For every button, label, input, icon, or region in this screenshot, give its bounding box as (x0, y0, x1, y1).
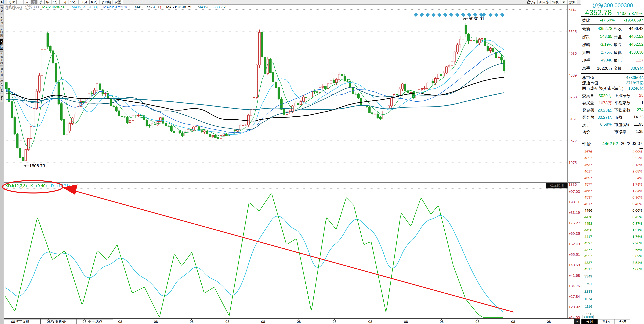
quote-value: 2.76% (596, 50, 612, 55)
mini-pct-label: 3.54% (632, 261, 642, 265)
x-axis-label: 08 (11, 320, 15, 324)
sidebar-item-更多[interactable]: 更多 (0, 94, 3, 102)
scroll-down-button[interactable]: ▼ (574, 319, 580, 324)
ma-value-MA6: MA6: 4696.56↓ (42, 5, 70, 9)
mini-volume-label: 3349 (582, 274, 592, 278)
period-button-季[interactable]: 季 (38, 0, 44, 4)
kline-axis-label: 3161 (568, 117, 580, 121)
quote-value: 1.27 (622, 58, 644, 63)
mini-price-label: 4657 (582, 156, 592, 160)
sidebar-item-应用[interactable]: ▶应用 (0, 15, 3, 26)
ma-trend-arrow: ↓ (65, 5, 67, 9)
panel-tab-筹码[interactable]: 筹码 (598, 319, 614, 324)
kline-axis-label: 6114 (568, 8, 580, 12)
kline-axis-label: 4339 (568, 73, 580, 78)
x-axis-label: 08 (47, 320, 51, 324)
period-button-30分[interactable]: 30分 (79, 0, 89, 4)
indicator-info-button[interactable]: 指标说明 (546, 183, 568, 189)
mini-price-label: 4357 (582, 254, 592, 258)
symbol-label: 沪深300 (25, 5, 39, 9)
stat-value: 274 (632, 107, 644, 112)
mini-pct-label: 0.00% (632, 208, 642, 213)
charts-canvas[interactable]: 5930.911606.73 (0, 0, 644, 324)
mini-price-label: 4397 (582, 241, 592, 245)
ma-line (6, 63, 504, 130)
sidebar-item-char: 料 (0, 62, 3, 65)
mini-price-label: 4417 (582, 235, 592, 239)
ma-line (6, 51, 504, 132)
tool-button-预测[interactable]: 预测 (568, 0, 577, 4)
period-button-多周期[interactable]: 多周期 (100, 0, 113, 4)
period-button-分时[interactable]: 分时 (7, 0, 16, 4)
x-axis-label: 08 (190, 320, 194, 324)
x-axis-label: 08 (226, 320, 229, 324)
quote-value: 4352.78 (596, 26, 612, 31)
mini-pct-label: 2.24% (632, 176, 642, 180)
sidebar-item-char: 时 (0, 31, 3, 34)
sidebar-item-char: 应 (0, 19, 3, 22)
sidebar-item-综合排名[interactable]: 综合排名 (0, 79, 3, 93)
sidebar-item-char: 大 (0, 52, 3, 55)
sidebar-item-大盘资料[interactable]: 大盘资料 (0, 51, 3, 66)
sidebar-item-char: 图 (0, 34, 3, 37)
mini-pct-label: 0.90% (632, 195, 642, 199)
period-button-设置[interactable]: 设置 (113, 0, 123, 4)
mini-price-label: 4537 (582, 195, 592, 199)
spot-price: 4462.52 (596, 141, 618, 146)
mini-pct-label: 1.76% (632, 235, 642, 239)
mini-pct-label: 0.45% (632, 202, 642, 206)
mini-price-label: 4617 (582, 169, 592, 173)
panel-tab-火焰[interactable]: 火焰 (614, 319, 630, 324)
divider (581, 24, 644, 25)
sidebar-item-char: 资 (0, 58, 3, 62)
mini-price-label: 4478 (582, 215, 592, 219)
instrument-name[interactable]: 沪深300 000300 (581, 2, 644, 9)
tool-button-均线[interactable]: 均线 (550, 0, 560, 4)
sidebar-item-K线图[interactable]: K线图 (0, 39, 3, 50)
weibi-label: 委比 (582, 18, 590, 23)
quote-value: 3069亿 (622, 66, 644, 71)
x-axis-label: 08 (368, 320, 372, 324)
sidebar-item-首页[interactable]: 首页 (0, 5, 3, 14)
sidebar-item-分时图[interactable]: 分时图 (0, 27, 3, 38)
sidebar-item-自选股[interactable]: 自选股 (0, 67, 3, 78)
quote-label: 涨幅 (582, 42, 596, 47)
quote-label: 总手 (582, 66, 596, 71)
period-button-5分[interactable]: 5分 (60, 0, 68, 4)
sidebar-item-char: 线 (0, 43, 3, 46)
ma-line (6, 40, 504, 134)
sidebar-item-char: 图 (0, 46, 3, 49)
kdj-axis-label: +76.27 (568, 221, 580, 225)
period-button-1分[interactable]: 1分 (51, 0, 60, 4)
kdj-axis-label: +97.03 (568, 190, 580, 194)
sidebar-item-char: 盘 (0, 55, 3, 58)
kdj-k-line (5, 194, 503, 318)
period-button-日[interactable]: 日 (17, 0, 24, 4)
low-price-label: 1606.73 (29, 163, 45, 168)
stat-value: 25 (632, 93, 644, 98)
kline-axis-label: 4936 (568, 51, 580, 56)
kdj-axis-label: +20.92 (568, 305, 580, 309)
period-button-月[interactable]: 月 (31, 0, 37, 4)
cap-value: 10246亿 (616, 86, 644, 91)
panel-tab-分时[interactable]: 分时 (582, 319, 598, 324)
mini-price-label: 4317 (582, 267, 592, 271)
tool-button-加自选[interactable]: 加自选 (537, 0, 550, 4)
kdj-axis-label: +34.76 (568, 284, 580, 288)
period-button-周[interactable]: 周 (24, 0, 30, 4)
divider (581, 135, 644, 135)
sidebar-item-char: 多 (0, 98, 3, 101)
spot-label: 现价 (582, 141, 591, 147)
jump-forward-icon[interactable]: ▶▏ (1, 0, 5, 4)
stat-value: 11.93 (632, 122, 644, 127)
quote-value: 4496.43 (622, 26, 644, 31)
tool-button-窗[interactable]: 窗 (561, 0, 567, 4)
cap-value: 478350亿 (616, 75, 644, 80)
period-button-年[interactable]: 年 (44, 0, 51, 4)
period-button-60分[interactable]: 60分 (90, 0, 100, 4)
mini-pct-label: 3.09% (632, 254, 642, 258)
period-button-15分[interactable]: 15分 (68, 0, 79, 4)
mini-pct-label: 0.42% (632, 215, 642, 219)
left-sidebar: 首页▶应用分时图K线图大盘资料自选股综合排名更多 (0, 4, 4, 324)
ma-value-MA12: MA12: 4861.80↓ (72, 5, 101, 9)
